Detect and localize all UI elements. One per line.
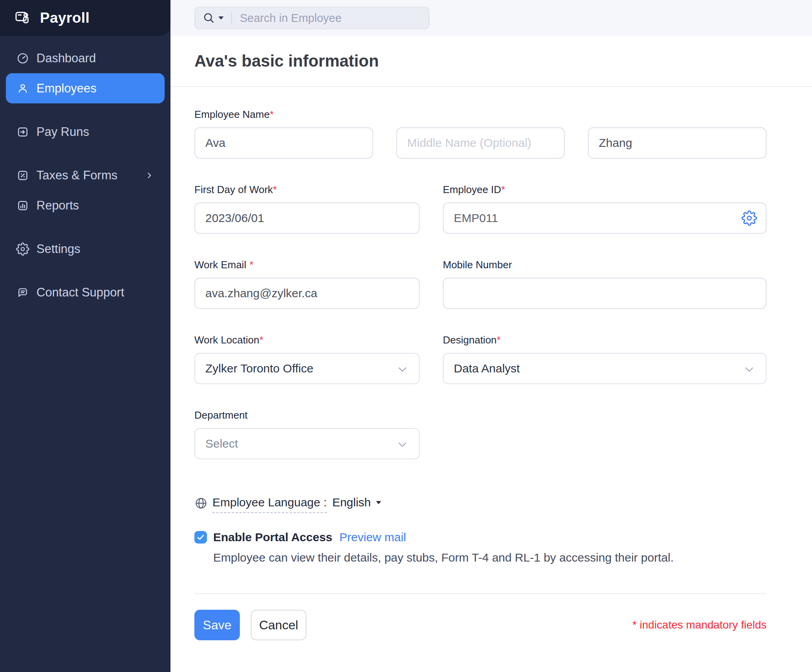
employee-language-select[interactable]: English	[332, 496, 382, 509]
sidebar-item-reports[interactable]: Reports	[6, 190, 165, 220]
app-title: Payroll	[40, 10, 90, 26]
work-location-group: Work Location* Zylker Toronto Office	[194, 333, 420, 384]
sidebar-item-label: Employees	[36, 81, 96, 96]
employee-language-value: English	[332, 496, 371, 509]
caret-down-icon	[375, 500, 382, 505]
pay-runs-icon	[16, 125, 29, 139]
work-location-select[interactable]: Zylker Toronto Office	[194, 353, 420, 384]
department-label: Department	[194, 408, 420, 422]
dashboard-icon	[16, 52, 29, 65]
mobile-number-group: Mobile Number	[443, 258, 767, 309]
sidebar-item-contact-support[interactable]: Contact Support	[6, 277, 165, 307]
form-actions: Save Cancel * indicates mandatory fields	[194, 610, 767, 640]
language-separator: :	[324, 496, 327, 509]
search-box[interactable]	[194, 7, 430, 29]
chevron-down-icon	[396, 439, 409, 451]
middle-name-input[interactable]	[396, 127, 565, 159]
department-placeholder: Select	[205, 437, 238, 450]
required-marker: *	[270, 108, 274, 120]
field-label: Work Location*	[194, 333, 420, 347]
app-root: Payroll Dashboard E	[0, 0, 812, 672]
required-marker: *	[501, 184, 505, 195]
field-label: Employee ID*	[443, 183, 767, 196]
portal-access-description: Employee can view their details, pay stu…	[213, 550, 767, 565]
employee-id-group: Employee ID*	[443, 183, 767, 234]
mandatory-fields-note: * indicates mandatory fields	[633, 619, 767, 631]
work-location-label: Work Location	[194, 334, 259, 346]
field-label: Work Email*	[194, 258, 420, 271]
designation-label: Designation	[443, 334, 497, 346]
caret-down-icon[interactable]	[218, 16, 224, 20]
app-logo[interactable]: Payroll	[0, 0, 170, 36]
sidebar-item-label: Settings	[36, 242, 80, 256]
work-location-value: Zylker Toronto Office	[205, 362, 314, 375]
content: Ava's basic information Employee Name* F…	[170, 36, 812, 672]
sidebar-item-dashboard[interactable]: Dashboard	[6, 43, 165, 73]
preview-mail-link[interactable]: Preview mail	[339, 531, 406, 544]
search-icon	[202, 11, 216, 25]
sidebar-item-settings[interactable]: Settings	[6, 234, 165, 264]
mobile-number-label: Mobile Number	[443, 258, 767, 271]
contact-support-icon	[16, 286, 29, 299]
basic-information-form: Employee Name* First Day of Work* Employ…	[170, 87, 812, 640]
taxes-forms-icon	[16, 169, 29, 182]
department-group: Department Select	[194, 408, 420, 459]
page-header: Ava's basic information	[170, 36, 812, 87]
first-name-input[interactable]	[194, 127, 373, 159]
portal-access-checkbox[interactable]	[194, 531, 207, 544]
save-button[interactable]: Save	[194, 610, 240, 640]
sidebar-item-pay-runs[interactable]: Pay Runs	[6, 117, 165, 147]
last-name-input[interactable]	[588, 127, 767, 159]
employee-id-label: Employee ID	[443, 184, 501, 195]
sidebar-item-label: Taxes & Forms	[36, 168, 118, 182]
mobile-number-input[interactable]	[443, 278, 767, 309]
designation-value: Data Analyst	[454, 362, 520, 375]
employee-id-input[interactable]	[443, 202, 767, 234]
sidebar-item-label: Pay Runs	[36, 125, 89, 139]
employees-icon	[16, 82, 29, 95]
chevron-down-icon	[396, 363, 409, 376]
work-email-input[interactable]	[194, 278, 420, 309]
field-label: First Day of Work*	[194, 183, 420, 196]
first-day-of-work-input[interactable]	[194, 202, 420, 234]
required-marker: *	[273, 184, 277, 195]
work-email-group: Work Email*	[194, 258, 420, 309]
main-area: Ava's basic information Employee Name* F…	[170, 0, 812, 672]
designation-group: Designation* Data Analyst	[443, 333, 767, 384]
sidebar: Payroll Dashboard E	[0, 0, 170, 672]
employee-language-text: Employee Language	[212, 496, 320, 509]
sidebar-item-label: Reports	[36, 199, 79, 213]
required-marker: *	[259, 334, 263, 346]
designation-select[interactable]: Data Analyst	[443, 353, 767, 384]
sidebar-nav: Dashboard Employees	[0, 36, 170, 672]
search-input[interactable]	[240, 12, 422, 25]
required-marker: *	[497, 334, 500, 346]
employee-name-group: Employee Name*	[194, 108, 767, 159]
employee-name-label: Employee Name	[194, 108, 270, 120]
check-icon	[196, 533, 205, 542]
reports-icon	[16, 199, 29, 212]
portal-access-label: Enable Portal Access	[213, 531, 332, 544]
sidebar-item-label: Dashboard	[36, 51, 96, 65]
field-label: Employee Name*	[194, 108, 767, 121]
globe-icon	[194, 497, 208, 510]
first-day-of-work-label: First Day of Work	[194, 184, 273, 195]
page-title: Ava's basic information	[194, 52, 379, 70]
settings-icon	[16, 242, 29, 256]
first-day-of-work-group: First Day of Work*	[194, 183, 420, 234]
sidebar-item-label: Contact Support	[36, 285, 124, 300]
employee-language-label[interactable]: Employee Language :	[212, 496, 327, 513]
sidebar-item-employees[interactable]: Employees	[6, 73, 165, 103]
footer-divider	[194, 593, 767, 594]
search-divider	[231, 12, 232, 24]
cancel-button[interactable]: Cancel	[251, 610, 306, 640]
payroll-logo-icon	[14, 9, 32, 27]
chevron-right-icon	[144, 170, 154, 181]
required-marker: *	[249, 259, 253, 271]
sidebar-item-taxes-forms[interactable]: Taxes & Forms	[6, 160, 165, 190]
chevron-down-icon	[743, 363, 756, 376]
department-select[interactable]: Select	[194, 428, 420, 459]
portal-access-row: Enable Portal Access Preview mail	[194, 531, 767, 544]
work-email-label: Work Email	[194, 259, 246, 271]
gear-icon[interactable]	[741, 210, 757, 226]
